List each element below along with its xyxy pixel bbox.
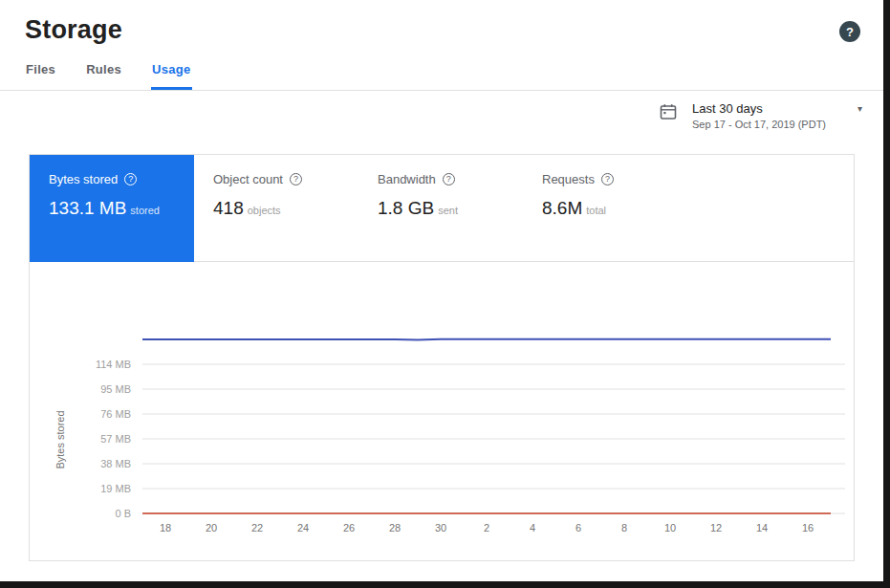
- date-row: Last 30 days ▾ Sep 17 - Oct 17, 2019 (PD…: [0, 91, 883, 141]
- help-icon: ?: [290, 173, 302, 185]
- svg-text:10: 10: [664, 522, 676, 534]
- storage-page: Storage ? Files Rules Usage Last 30 days…: [0, 0, 883, 581]
- metric-label: Bytes stored: [49, 172, 118, 186]
- metric-unit: stored: [130, 205, 160, 216]
- svg-text:14: 14: [756, 522, 768, 534]
- help-icon: ?: [601, 173, 614, 185]
- svg-text:18: 18: [160, 522, 171, 534]
- svg-text:6: 6: [575, 522, 581, 534]
- svg-text:57 MB: 57 MB: [100, 433, 131, 445]
- metric-value: 1.8 GB: [378, 198, 434, 218]
- usage-card: Bytes stored ? 133.1 MBstored Object cou…: [29, 154, 855, 561]
- svg-text:30: 30: [435, 522, 446, 534]
- svg-text:16: 16: [802, 522, 814, 534]
- metric-card-object-count[interactable]: Object count ? 418objects: [194, 155, 358, 262]
- chart-area: Bytes stored 114 MB95 MB76 MB57 MB38 MB1…: [30, 262, 854, 546]
- metric-value: 8.6M: [542, 198, 582, 218]
- date-range-label: Last 30 days: [692, 101, 763, 116]
- svg-text:95 MB: 95 MB: [100, 383, 131, 395]
- metric-label: Bandwidth: [378, 172, 436, 186]
- date-range-picker[interactable]: Last 30 days ▾ Sep 17 - Oct 17, 2019 (PD…: [660, 101, 862, 130]
- calendar-icon: [660, 103, 677, 124]
- metric-unit: objects: [248, 205, 281, 216]
- svg-text:22: 22: [251, 522, 263, 534]
- svg-text:28: 28: [389, 522, 401, 534]
- y-axis-label: Bytes stored: [54, 410, 66, 468]
- svg-text:2: 2: [484, 522, 489, 534]
- page-title: Storage: [25, 15, 122, 45]
- svg-text:19 MB: 19 MB: [100, 483, 131, 494]
- help-icon[interactable]: ?: [839, 21, 860, 42]
- svg-text:20: 20: [206, 522, 217, 534]
- metric-value: 133.1 MB: [49, 198, 126, 218]
- metric-value: 418: [213, 198, 244, 218]
- page-header: Storage ?: [0, 0, 883, 45]
- svg-text:0 B: 0 B: [115, 508, 131, 519]
- tab-rules[interactable]: Rules: [85, 56, 122, 90]
- svg-text:76 MB: 76 MB: [100, 408, 131, 420]
- tab-files[interactable]: Files: [25, 56, 56, 90]
- svg-text:38 MB: 38 MB: [100, 458, 131, 469]
- metric-label: Requests: [542, 172, 595, 186]
- metric-row: Bytes stored ? 133.1 MBstored Object cou…: [30, 155, 854, 262]
- svg-text:24: 24: [297, 522, 309, 534]
- metric-card-requests[interactable]: Requests ? 8.6Mtotal: [523, 155, 687, 262]
- date-texts: Last 30 days ▾ Sep 17 - Oct 17, 2019 (PD…: [692, 101, 862, 130]
- tab-bar: Files Rules Usage: [0, 56, 883, 91]
- metric-label: Object count: [213, 172, 283, 186]
- svg-text:26: 26: [343, 522, 355, 534]
- metric-unit: total: [586, 205, 606, 216]
- usage-chart: Bytes stored 114 MB95 MB76 MB57 MB38 MB1…: [37, 317, 857, 542]
- tab-usage[interactable]: Usage: [151, 56, 192, 90]
- chevron-down-icon: ▾: [857, 103, 862, 114]
- svg-text:114 MB: 114 MB: [96, 359, 131, 370]
- metric-card-bytes-stored[interactable]: Bytes stored ? 133.1 MBstored: [30, 155, 194, 262]
- date-range-detail: Sep 17 - Oct 17, 2019 (PDT): [692, 119, 862, 130]
- svg-text:4: 4: [530, 522, 535, 534]
- svg-text:12: 12: [710, 522, 722, 534]
- help-icon: ?: [124, 173, 137, 185]
- svg-text:8: 8: [621, 522, 627, 534]
- metric-card-bandwidth[interactable]: Bandwidth ? 1.8 GBsent: [358, 155, 523, 262]
- help-icon: ?: [443, 173, 455, 185]
- metric-unit: sent: [438, 205, 458, 216]
